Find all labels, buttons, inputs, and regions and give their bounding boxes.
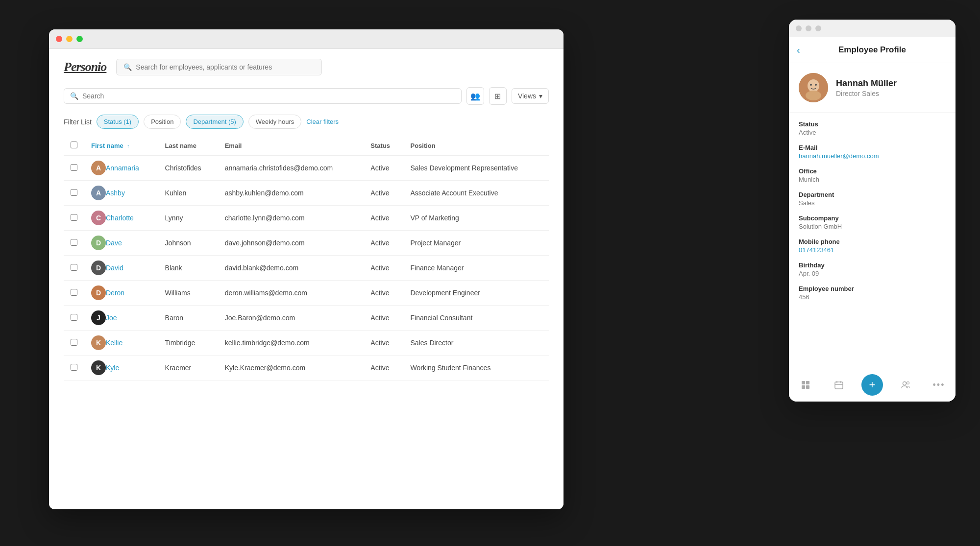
- employee-avatar: K: [91, 335, 106, 350]
- employee-name-link[interactable]: Kellie: [106, 339, 122, 347]
- detail-value[interactable]: 0174123461: [799, 246, 946, 254]
- employee-name-link[interactable]: Deron: [106, 289, 124, 297]
- row-checkbox-cell[interactable]: [64, 356, 84, 380]
- employee-avatar: D: [91, 261, 106, 275]
- more-icon: •••: [933, 380, 945, 390]
- panel-bottom-nav: + •••: [789, 368, 956, 402]
- position-cell: Working Student Finances: [403, 356, 549, 380]
- table-row: D David Blank david.blank@demo.com Activ…: [64, 256, 549, 281]
- status-cell: Active: [364, 206, 403, 231]
- last-name-cell: Williams: [158, 281, 218, 306]
- nav-calendar-button[interactable]: [828, 374, 850, 396]
- row-checkbox-cell[interactable]: [64, 256, 84, 281]
- email-cell: charlotte.lynn@demo.com: [218, 206, 364, 231]
- filter-status[interactable]: Status (1): [97, 115, 139, 129]
- profile-detail-row: Department Sales: [799, 191, 946, 207]
- first-name-cell: D Dave: [84, 231, 158, 256]
- main-window: Personio 🔍 🔍 👥 ⊞ Views ▾: [49, 29, 564, 509]
- employee-name-link[interactable]: Joe: [106, 314, 117, 322]
- select-all-header[interactable]: [64, 137, 84, 155]
- row-checkbox[interactable]: [71, 189, 77, 196]
- svg-point-3: [815, 84, 817, 86]
- group-view-button[interactable]: 👥: [466, 87, 484, 105]
- row-checkbox-cell[interactable]: [64, 281, 84, 306]
- row-checkbox[interactable]: [71, 239, 77, 246]
- nav-add-button[interactable]: +: [861, 374, 883, 396]
- filter-weekly-hours[interactable]: Weekly hours: [248, 115, 302, 129]
- search-bar[interactable]: 🔍: [64, 88, 462, 104]
- svg-point-2: [810, 84, 812, 86]
- maximize-button[interactable]: [76, 36, 83, 42]
- svg-point-1: [808, 79, 819, 92]
- close-button[interactable]: [56, 36, 62, 42]
- row-checkbox[interactable]: [71, 364, 77, 371]
- views-label: Views: [518, 92, 536, 100]
- avatar: [799, 73, 828, 102]
- row-checkbox-cell[interactable]: [64, 155, 84, 181]
- detail-value: Munich: [799, 176, 946, 183]
- filter-position[interactable]: Position: [144, 115, 181, 129]
- panel-title: Employee Profile: [799, 45, 946, 55]
- status-cell: Active: [364, 331, 403, 356]
- row-checkbox[interactable]: [71, 339, 77, 346]
- nav-grid-button[interactable]: [795, 374, 816, 396]
- col-status[interactable]: Status: [364, 137, 403, 155]
- table-header-row: First name ↑ Last name Email Status Posi…: [64, 137, 549, 155]
- detail-label: E-Mail: [799, 144, 946, 151]
- nav-more-button[interactable]: •••: [928, 374, 950, 396]
- detail-label: Status: [799, 120, 946, 128]
- select-all-checkbox[interactable]: [71, 142, 77, 148]
- table-row: D Dave Johnson dave.johnson@demo.com Act…: [64, 231, 549, 256]
- employee-avatar: K: [91, 360, 106, 375]
- employee-name-link[interactable]: David: [106, 264, 123, 272]
- back-button[interactable]: ‹: [797, 45, 800, 56]
- col-last-name[interactable]: Last name: [158, 137, 218, 155]
- row-checkbox[interactable]: [71, 164, 77, 171]
- employee-name-link[interactable]: Charlotte: [106, 214, 134, 222]
- last-name-cell: Lynny: [158, 206, 218, 231]
- global-search-bar[interactable]: 🔍: [116, 59, 322, 75]
- row-checkbox-cell[interactable]: [64, 181, 84, 206]
- email-cell: Joe.Baron@demo.com: [218, 306, 364, 331]
- employee-name-link[interactable]: Dave: [106, 239, 122, 247]
- employee-avatar: A: [91, 186, 106, 200]
- views-dropdown[interactable]: Views ▾: [512, 88, 549, 104]
- col-position[interactable]: Position: [403, 137, 549, 155]
- detail-value: Sales: [799, 199, 946, 207]
- layout-button[interactable]: ⊞: [489, 87, 507, 105]
- employee-table: First name ↑ Last name Email Status Posi…: [64, 137, 549, 380]
- col-email[interactable]: Email: [218, 137, 364, 155]
- clear-filters-button[interactable]: Clear filters: [306, 115, 339, 128]
- nav-people-button[interactable]: [895, 374, 916, 396]
- detail-label: Department: [799, 191, 946, 198]
- email-cell: deron.williams@demo.com: [218, 281, 364, 306]
- filter-department[interactable]: Department (5): [186, 115, 243, 129]
- employee-name-link[interactable]: Ashby: [106, 189, 125, 197]
- global-search-input[interactable]: [136, 63, 315, 71]
- search-icon: 🔍: [123, 63, 132, 71]
- detail-value[interactable]: hannah.mueller@demo.com: [799, 152, 946, 160]
- employee-name-link[interactable]: Annamaria: [106, 164, 139, 172]
- row-checkbox-cell[interactable]: [64, 306, 84, 331]
- row-checkbox[interactable]: [71, 289, 77, 296]
- search-bar-icon: 🔍: [70, 92, 78, 100]
- status-cell: Active: [364, 231, 403, 256]
- detail-value: 456: [799, 293, 946, 301]
- last-name-cell: Baron: [158, 306, 218, 331]
- search-input[interactable]: [82, 92, 455, 100]
- row-checkbox-cell[interactable]: [64, 206, 84, 231]
- detail-label: Office: [799, 167, 946, 175]
- row-checkbox[interactable]: [71, 214, 77, 221]
- svg-rect-8: [806, 385, 809, 389]
- col-first-name[interactable]: First name ↑: [84, 137, 158, 155]
- app-logo: Personio: [64, 60, 106, 74]
- profile-info-header: Hannah Müller Director Sales: [789, 63, 956, 113]
- row-checkbox[interactable]: [71, 264, 77, 271]
- status-cell: Active: [364, 356, 403, 380]
- row-checkbox-cell[interactable]: [64, 331, 84, 356]
- minimize-button[interactable]: [66, 36, 73, 42]
- row-checkbox[interactable]: [71, 314, 77, 321]
- row-checkbox-cell[interactable]: [64, 231, 84, 256]
- detail-value: Apr. 09: [799, 270, 946, 277]
- employee-name-link[interactable]: Kyle: [106, 364, 119, 372]
